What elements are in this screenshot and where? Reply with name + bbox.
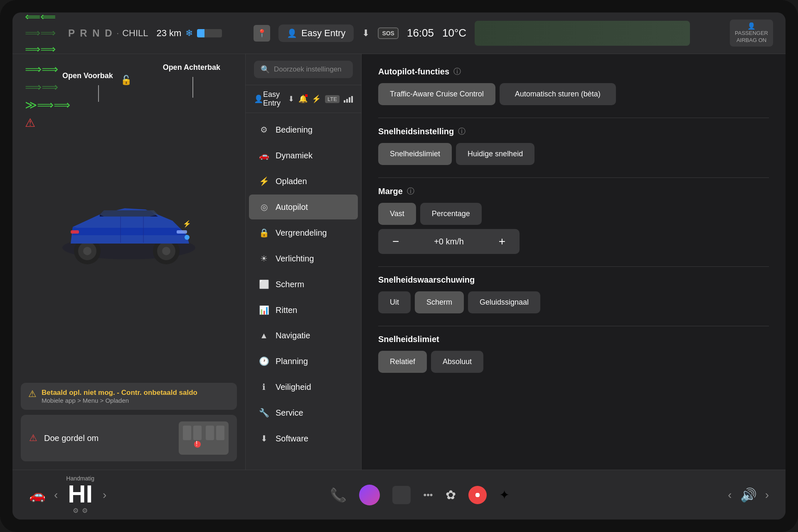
- seat-diagram-svg: !: [179, 421, 229, 455]
- sidebar-item-navigatie[interactable]: ▲ Navigatie: [249, 323, 358, 348]
- scherm-btn[interactable]: Scherm: [415, 291, 464, 313]
- svg-point-3: [83, 247, 91, 255]
- snelheidslimiet-btn[interactable]: Snelheidslimiet: [378, 143, 452, 165]
- km-display: 23 km: [157, 28, 182, 39]
- apps-grid-icon[interactable]: ✦: [499, 488, 510, 502]
- uit-btn[interactable]: Uit: [378, 291, 411, 313]
- service-icon: 🔧: [259, 408, 269, 418]
- bottom-bar: 🚗 ‹ Handmatig HI ⚙ ⚙ › 📞 ••• ✿: [12, 470, 786, 520]
- sidebar-item-planning[interactable]: 🕐 Planning: [249, 349, 358, 374]
- ritten-label: Ritten: [276, 305, 297, 315]
- dynamiek-label: Dynamiek: [276, 151, 313, 160]
- profile-label: Easy Entry: [263, 90, 288, 108]
- sidebar-item-service[interactable]: 🔧 Service: [249, 400, 358, 425]
- alert-box: ⚠ Betaald opl. niet mog. - Contr. onbeta…: [21, 383, 237, 410]
- alert-triangle-icon: ⚠: [28, 389, 37, 399]
- snelheidslimiet-buttons: Relatief Absoluut: [378, 351, 769, 373]
- car-view-area: Open Voorbak 🔓 Open Achterbak: [12, 54, 245, 383]
- autopilot-functies-buttons: Traffic-Aware Cruise Control Automatisch…: [378, 83, 769, 105]
- relatief-btn[interactable]: Relatief: [378, 351, 427, 373]
- sidebar-item-software[interactable]: ⬇ Software: [249, 426, 358, 451]
- vergrendeling-label: Vergrendeling: [276, 228, 327, 238]
- seatbelt-text: Doe gordel om: [44, 433, 172, 443]
- download-icon-top[interactable]: ⬇: [362, 28, 369, 39]
- bediening-icon: ⚙: [259, 125, 269, 135]
- sidebar-item-vergrendeling[interactable]: 🔒 Vergrendeling: [249, 220, 358, 245]
- map-preview: [475, 21, 690, 46]
- sidebar-item-opladen[interactable]: ⚡ Opladen: [249, 169, 358, 194]
- automatisch-sturen-btn[interactable]: Automatisch sturen (bèta): [500, 83, 616, 105]
- bottom-right-prev[interactable]: ‹: [728, 488, 732, 502]
- marge-section: Marge ⓘ Vast Percentage − +0 km/h +: [378, 186, 769, 254]
- top-bar-right: 👤 PASSENGER AIRBAG ON: [690, 20, 773, 47]
- autopilot-icon: ◎: [259, 202, 269, 212]
- indicator-left: ⟸⟸: [25, 12, 56, 23]
- sidebar-item-ritten[interactable]: 📊 Ritten: [249, 298, 358, 323]
- traffic-aware-btn[interactable]: Traffic-Aware Cruise Control: [378, 83, 495, 105]
- speed-minus-btn[interactable]: −: [388, 235, 403, 248]
- bottom-nav-prev[interactable]: ‹: [54, 488, 58, 502]
- media-player-icon[interactable]: [359, 485, 380, 505]
- center-panel: 🔍 Doorzoek instellingen 👤 Easy Entry ⬇ 🔔…: [245, 54, 362, 470]
- sidebar-item-scherm[interactable]: ⬜ Scherm: [249, 272, 358, 297]
- battery-fill: [197, 29, 204, 37]
- signal-bar-2: [346, 99, 348, 103]
- sidebar-item-dynamiek[interactable]: 🚗 Dynamiek: [249, 143, 358, 168]
- car-home-icon[interactable]: 🚗: [29, 487, 46, 503]
- screen-content: ⟸⟸ ⟹⟹ ⟹⟹ P R N D · CHILL 23 km ❄: [12, 12, 786, 520]
- sidebar-item-autopilot[interactable]: ◎ Autopilot: [249, 195, 358, 219]
- marge-buttons: Vast Percentage: [378, 203, 769, 225]
- scherm-icon: ⬜: [259, 279, 269, 289]
- speed-plus-btn[interactable]: +: [495, 235, 510, 248]
- top-bar: ⟸⟸ ⟹⟹ ⟹⟹ P R N D · CHILL 23 km ❄: [12, 12, 786, 54]
- opladen-icon: ⚡: [259, 176, 269, 186]
- snelheidswaarschuwing-header: Snelheidswaarschuwing: [378, 275, 769, 285]
- voorbak-lock-icon[interactable]: 🔓: [121, 75, 132, 86]
- svg-rect-7: [177, 230, 187, 234]
- autopilot-functies-info-icon[interactable]: ⓘ: [453, 66, 461, 76]
- absoluut-btn[interactable]: Absoluut: [431, 351, 483, 373]
- search-input[interactable]: Doorzoek instellingen: [274, 65, 342, 74]
- right-panel: Autopilot-functies ⓘ Traffic-Aware Cruis…: [362, 54, 786, 470]
- nav-menu: ⚙ Bediening 🚗 Dynamiek ⚡ Opladen: [246, 113, 361, 470]
- marge-header: Marge ⓘ: [378, 186, 769, 196]
- percentage-btn[interactable]: Percentage: [420, 203, 482, 225]
- sidebar-item-verlichting[interactable]: ☀ Verlichting: [249, 246, 358, 271]
- map-icon[interactable]: 📍: [254, 25, 270, 42]
- huidige-snelheid-btn[interactable]: Huidige snelheid: [456, 143, 534, 165]
- sos-badge[interactable]: SOS: [378, 27, 399, 39]
- car-svg: ⚡: [50, 181, 208, 273]
- square-app-btn[interactable]: [392, 486, 411, 504]
- open-voorbak-label: Open Voorbak: [62, 71, 113, 81]
- easy-entry-button[interactable]: 👤 Easy Entry: [278, 25, 354, 42]
- easy-entry-top-label: Easy Entry: [301, 28, 345, 39]
- geluidssignaal-btn[interactable]: Geluidssignaal: [468, 291, 540, 313]
- autopilot-functies-title: Autopilot-functies: [378, 67, 449, 76]
- sidebar-item-bediening[interactable]: ⚙ Bediening: [249, 117, 358, 142]
- bottom-right-next[interactable]: ›: [765, 488, 769, 502]
- volume-icon[interactable]: 🔊: [740, 487, 757, 503]
- seatbelt-box: ⚠ Doe gordel om: [21, 415, 237, 461]
- bottom-nav-next[interactable]: ›: [103, 488, 106, 502]
- search-input-wrapper[interactable]: 🔍 Doorzoek instellingen: [254, 61, 353, 78]
- fan-icon[interactable]: ✿: [446, 488, 456, 502]
- planning-icon: 🕐: [259, 356, 269, 366]
- autopilot-label: Autopilot: [276, 202, 308, 212]
- snelheidsinstelling-info-icon[interactable]: ⓘ: [458, 126, 466, 136]
- snelheidswaarschuwing-section: Snelheidswaarschuwing Uit Scherm Geluids…: [378, 275, 769, 313]
- prnd-display: P R N D · CHILL: [68, 27, 148, 39]
- record-btn[interactable]: ⏺: [468, 486, 487, 504]
- bediening-label: Bediening: [276, 125, 313, 135]
- sidebar-item-veiligheid[interactable]: ℹ Veiligheid: [249, 374, 358, 399]
- signal-bar-1: [344, 100, 345, 103]
- phone-call-icon[interactable]: 📞: [330, 487, 347, 503]
- km-display-wrapper: 23 km ❄: [157, 28, 222, 39]
- search-bar-wrapper: 🔍 Doorzoek instellingen: [246, 54, 361, 85]
- vast-btn[interactable]: Vast: [378, 203, 416, 225]
- bluetooth-icon: ⚡: [312, 94, 321, 103]
- marge-info-icon[interactable]: ⓘ: [407, 186, 414, 196]
- opladen-label: Opladen: [276, 177, 307, 186]
- more-apps-icon[interactable]: •••: [423, 490, 433, 500]
- snelheidswaarschuwing-title: Snelheidswaarschuwing: [378, 275, 475, 285]
- callout-line-1: [98, 85, 99, 102]
